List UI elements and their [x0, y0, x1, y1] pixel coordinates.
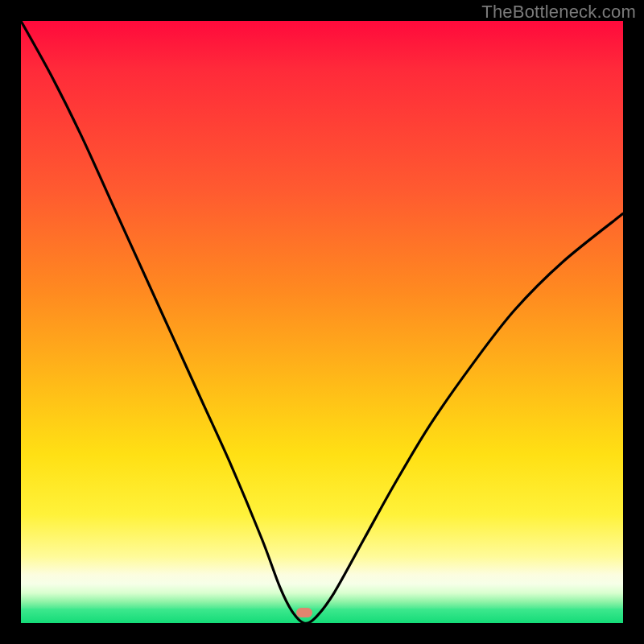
plot-area: [21, 21, 623, 623]
optimal-marker: [296, 608, 312, 617]
attribution-text: TheBottleneck.com: [481, 2, 636, 23]
chart-stage: TheBottleneck.com: [0, 0, 644, 644]
bottleneck-curve: [21, 21, 623, 623]
curve-path: [21, 21, 623, 623]
